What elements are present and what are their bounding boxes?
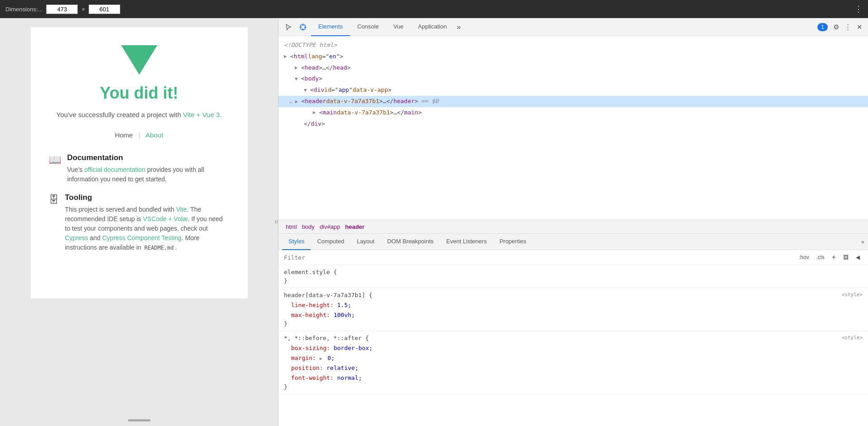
preview-title: You did it! — [100, 84, 178, 103]
doc-title-documentation: Documentation — [67, 153, 230, 162]
style-prop-box-sizing: box-sizing: border-box; — [284, 343, 863, 353]
html-line-html[interactable]: ▶ <html lang="en"> — [278, 51, 868, 62]
body-arrow-icon: ▼ — [295, 75, 300, 83]
hov-button[interactable]: :hov — [796, 252, 812, 263]
html-panel[interactable]: <!DOCTYPE html> ▶ <html lang="en"> ▶ <he… — [278, 36, 868, 219]
cursor-tool-button[interactable] — [282, 22, 295, 33]
book-icon: 📖 — [49, 154, 61, 166]
more-options-icon[interactable]: ⋮ — [843, 21, 853, 33]
doc-text-documentation: Vue's official documentation provides yo… — [67, 165, 230, 184]
height-input[interactable] — [89, 5, 120, 14]
style-prop-margin: margin: ▶ 0; — [284, 353, 863, 363]
eq-marker: == $0 — [421, 97, 439, 106]
tab-elements[interactable]: Elements — [311, 18, 350, 36]
html-line-div-app[interactable]: ▼ <div id="app" data-v-app> — [278, 85, 868, 96]
style-block-element-close: } — [284, 277, 863, 284]
html-line-head[interactable]: ▶ <head>…</head> — [278, 62, 868, 74]
style-block-universal: *, *::before, *::after { <style> box-siz… — [278, 331, 868, 394]
cls-button[interactable]: .cls — [814, 252, 827, 263]
panel-tab-layout[interactable]: Layout — [350, 234, 381, 250]
panel-tabs-more-icon[interactable]: » — [861, 238, 864, 245]
doc-section: 📖 Documentation Vue's official documenta… — [49, 153, 230, 261]
breadcrumb-div-app[interactable]: div#app — [318, 223, 342, 230]
div-app-arrow-icon: ▼ — [304, 86, 309, 95]
doc-text-tooling: This project is served and bundled with … — [65, 205, 230, 252]
resize-handle-dots: = — [272, 220, 278, 224]
add-style-button[interactable]: + — [829, 252, 839, 263]
expand-triangle-icon[interactable]: ▶ — [320, 355, 324, 362]
tab-vue[interactable]: Vue — [386, 18, 411, 36]
screenshot-button[interactable]: 🖼 — [840, 252, 851, 263]
devtools-topbar: Elements Console Vue Application » 1 ⚙ ⋮… — [278, 18, 868, 36]
devtools-tabs: Elements Console Vue Application » — [311, 18, 814, 36]
filter-input[interactable] — [284, 254, 793, 261]
nav-links: Home | About — [109, 131, 169, 139]
style-selector-header: header[data-v-7a7a37b1] { <style> — [284, 292, 863, 298]
notification-badge[interactable]: 1 — [817, 23, 828, 31]
style-block-universal-close: } — [284, 383, 863, 390]
doc-item-documentation: 📖 Documentation Vue's official documenta… — [49, 153, 230, 184]
doc-item-tooling: 🗄 Tooling This project is served and bun… — [49, 193, 230, 252]
subtitle-text: You've successfully created a project wi… — [57, 111, 181, 118]
sidebar-toggle-button[interactable]: ◀ — [853, 252, 863, 263]
header-arrow-icon: ▶ — [295, 98, 301, 106]
html-line-body[interactable]: ▼ <body> — [278, 73, 868, 85]
html-line-doctype: <!DOCTYPE html> — [278, 40, 868, 51]
style-origin-header: <style> — [842, 292, 863, 298]
close-icon[interactable]: ✕ — [855, 21, 864, 33]
style-selector-element: element.style { — [284, 269, 863, 275]
breadcrumb-header[interactable]: header — [344, 223, 367, 230]
vscode-link[interactable]: VSCode + Volar — [143, 215, 188, 222]
topbar-dots-icon[interactable]: ⋮ — [854, 4, 863, 14]
tab-application[interactable]: Application — [411, 18, 454, 36]
panel-tab-dom-breakpoints[interactable]: DOM Breakpoints — [381, 234, 440, 250]
breadcrumb-bar: html body div#app header — [278, 219, 868, 234]
preview-subtitle: You've successfully created a project wi… — [57, 110, 222, 120]
selected-dots-icon: … — [289, 98, 292, 106]
nav-about[interactable]: About — [140, 131, 169, 139]
doctype-comment: <!DOCTYPE html> — [284, 41, 337, 50]
panel-tab-styles[interactable]: Styles — [282, 234, 311, 250]
style-selector-universal: *, *::before, *::after { <style> — [284, 335, 863, 341]
tab-console[interactable]: Console — [350, 18, 386, 36]
vite-link[interactable]: Vite + — [183, 111, 201, 118]
html-line-main[interactable]: ▶ <main data-v-7a7a37b1>…</main> — [278, 107, 868, 118]
panel-tab-computed[interactable]: Computed — [311, 234, 350, 250]
preview-card: You did it! You've successfully created … — [31, 27, 248, 298]
panel-tab-event-listeners[interactable]: Event Listeners — [440, 234, 493, 250]
doc-title-tooling: Tooling — [65, 193, 230, 202]
html-line-header[interactable]: … ▶ <header data-v-7a7a37b1>…</header> =… — [278, 96, 868, 107]
dimensions-label: Dimensions:... — [5, 6, 42, 13]
html-line-div-close[interactable]: </div> — [278, 118, 868, 130]
filter-bar: :hov .cls + 🖼 ◀ — [278, 250, 868, 265]
breadcrumb-html[interactable]: html — [284, 223, 299, 230]
main-split: You did it! You've successfully created … — [0, 18, 868, 426]
settings-icon[interactable]: ⚙ — [831, 21, 841, 33]
vite-tooling-link[interactable]: Vite — [176, 206, 187, 213]
panel-tab-properties[interactable]: Properties — [493, 234, 533, 250]
style-prop-line-height: line-height: 1.5; — [284, 300, 863, 310]
nav-home[interactable]: Home — [109, 131, 138, 139]
preview-scroll[interactable]: You did it! You've successfully created … — [0, 18, 278, 426]
vue3-link[interactable]: Vue 3. — [202, 111, 222, 118]
dimension-separator: × — [81, 6, 85, 13]
doc-content-documentation: Documentation Vue's official documentati… — [67, 153, 230, 184]
style-block-element: element.style { } — [278, 265, 868, 288]
style-prop-position: position: relative; — [284, 363, 863, 373]
width-input[interactable] — [46, 5, 78, 14]
breadcrumb-body[interactable]: body — [300, 223, 316, 230]
resize-handle[interactable]: = — [274, 18, 278, 426]
official-docs-link[interactable]: official documentation — [84, 166, 145, 173]
inspect-button[interactable] — [297, 22, 309, 33]
style-prop-max-height: max-height: 100vh; — [284, 310, 863, 320]
tab-more-icon[interactable]: » — [454, 23, 463, 31]
styles-panel: :hov .cls + 🖼 ◀ element.style { } header… — [278, 250, 868, 426]
cursor-icon — [285, 24, 292, 31]
doc-content-tooling: Tooling This project is served and bundl… — [65, 193, 230, 252]
collapsed-arrow-icon: ▶ — [295, 64, 300, 72]
cypress-link[interactable]: Cypress — [65, 234, 88, 241]
style-origin-universal: <style> — [842, 335, 863, 341]
panel-tabs: Styles Computed Layout DOM Breakpoints E… — [278, 234, 868, 250]
arrow-icon: ▶ — [284, 52, 289, 61]
cypress-component-link[interactable]: Cypress Component Testing — [102, 234, 182, 241]
